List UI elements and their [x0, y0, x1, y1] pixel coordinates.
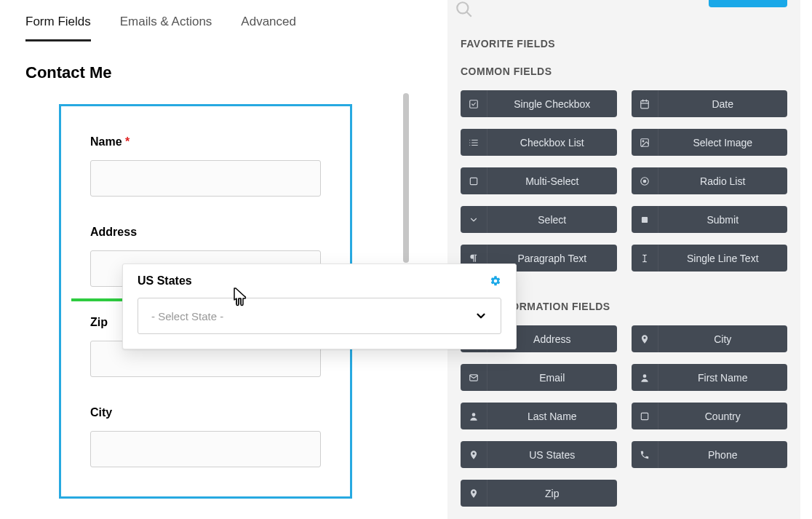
state-select[interactable]: - Select State - — [138, 298, 501, 334]
svg-rect-21 — [641, 216, 647, 222]
field-chip-label: Single Checkbox — [487, 90, 617, 117]
map-marker-icon — [461, 441, 487, 468]
name-label-text: Name — [90, 135, 122, 148]
field-chip-radio-list[interactable]: Radio List — [632, 167, 788, 194]
dot-circle-icon — [632, 167, 658, 194]
name-input[interactable] — [90, 160, 321, 197]
field-chip-label: Phone — [658, 441, 788, 468]
field-chip-label: Zip — [487, 480, 617, 507]
phone-icon — [632, 441, 658, 468]
field-chip-us-states[interactable]: US States — [461, 441, 617, 468]
field-chip-label: Single Line Text — [658, 245, 788, 272]
svg-line-4 — [466, 12, 471, 17]
field-chip-phone[interactable]: Phone — [632, 441, 788, 468]
fields-palette: FAVORITE FIELDS COMMON FIELDS Single Che… — [447, 0, 800, 519]
field-chip-single-checkbox[interactable]: Single Checkbox — [461, 90, 617, 117]
name-label: Name * — [90, 135, 321, 148]
user-info-fields-grid: AddressCityEmailFirst NameLast NameCount… — [461, 325, 787, 507]
map-marker-icon — [632, 325, 658, 352]
city-input[interactable] — [90, 431, 321, 467]
field-chip-single-line-text[interactable]: Single Line Text — [632, 245, 788, 272]
favorite-fields-header: FAVORITE FIELDS — [461, 38, 787, 49]
svg-rect-18 — [470, 178, 477, 184]
tab-emails-actions[interactable]: Emails & Actions — [120, 15, 212, 41]
list-icon — [461, 129, 487, 156]
image-icon — [632, 129, 658, 156]
field-chip-label: City — [658, 325, 788, 352]
field-chip-label: Select — [487, 206, 617, 233]
square-icon — [461, 167, 487, 194]
field-chip-select[interactable]: Select — [461, 206, 617, 233]
text-cursor-icon — [632, 245, 658, 272]
field-chip-label: First Name — [658, 364, 788, 391]
field-chip-label: Radio List — [658, 167, 788, 194]
scrollbar[interactable] — [403, 93, 409, 263]
svg-point-17 — [642, 140, 644, 142]
field-chip-select-image[interactable]: Select Image — [632, 129, 788, 156]
field-chip-email[interactable]: Email — [461, 364, 617, 391]
field-chip-multi-select[interactable]: Multi-Select — [461, 167, 617, 194]
svg-rect-6 — [640, 100, 648, 108]
field-chip-submit[interactable]: Submit — [632, 206, 788, 233]
form-field-city[interactable]: City — [90, 406, 321, 467]
field-chip-checkbox-list[interactable]: Checkbox List — [461, 129, 617, 156]
field-chip-first-name[interactable]: First Name — [632, 364, 788, 391]
builder-tabs: Form Fields Emails & Actions Advanced — [25, 0, 411, 41]
envelope-icon — [461, 364, 487, 391]
field-chip-label: Country — [658, 403, 788, 429]
chevron-down-icon — [461, 206, 487, 233]
svg-point-25 — [472, 413, 476, 416]
form-builder-panel: Form Fields Emails & Actions Advanced Co… — [25, 0, 411, 499]
field-chip-label: US States — [487, 441, 617, 468]
field-chip-label: Multi-Select — [487, 167, 617, 194]
city-label: City — [90, 406, 321, 419]
field-chip-date[interactable]: Date — [632, 90, 788, 117]
field-chip-label: Checkbox List — [487, 129, 617, 156]
check-square-icon — [461, 90, 487, 117]
form-field-name[interactable]: Name * — [90, 135, 321, 197]
tab-form-fields[interactable]: Form Fields — [25, 15, 91, 41]
map-marker-icon — [461, 480, 487, 507]
field-chip-country[interactable]: Country — [632, 403, 788, 429]
svg-rect-26 — [641, 413, 648, 419]
drag-preview-us-states[interactable]: US States - Select State - — [122, 264, 517, 349]
required-mark: * — [125, 135, 130, 148]
common-fields-header: COMMON FIELDS — [461, 66, 787, 77]
field-chip-label: Last Name — [487, 403, 617, 429]
field-chip-zip[interactable]: Zip — [461, 480, 617, 507]
field-chip-last-name[interactable]: Last Name — [461, 403, 617, 429]
chevron-down-icon — [474, 309, 487, 322]
tab-advanced[interactable]: Advanced — [241, 15, 296, 41]
common-fields-grid: Single CheckboxDateCheckbox ListSelect I… — [461, 90, 787, 272]
form-title: Contact Me — [25, 63, 411, 82]
primary-action-button[interactable] — [709, 0, 787, 7]
field-chip-label: Date — [658, 90, 788, 117]
svg-point-20 — [643, 180, 646, 183]
address-label: Address — [90, 226, 321, 239]
square-solid-icon — [632, 206, 658, 233]
user-icon — [632, 364, 658, 391]
drag-card-title: US States — [138, 274, 192, 288]
square-icon — [632, 403, 658, 429]
state-select-placeholder: - Select State - — [151, 310, 223, 322]
field-chip-label: Email — [487, 364, 617, 391]
field-chip-label: Submit — [658, 206, 788, 233]
svg-rect-5 — [470, 100, 478, 108]
calendar-icon — [632, 90, 658, 117]
user-icon — [461, 403, 487, 429]
gear-icon[interactable] — [490, 275, 501, 287]
svg-point-24 — [642, 374, 646, 378]
field-chip-label: Select Image — [658, 129, 788, 156]
svg-point-3 — [457, 2, 468, 13]
search-icon[interactable] — [455, 0, 474, 19]
field-chip-city[interactable]: City — [632, 325, 788, 352]
